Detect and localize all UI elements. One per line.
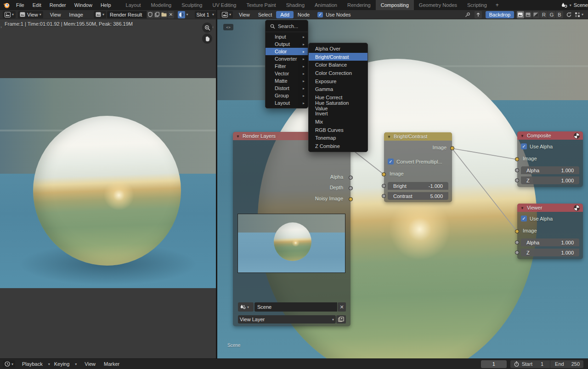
convert-premultiply-checkbox[interactable]: ✓ <box>388 159 394 165</box>
menu-file[interactable]: File <box>12 2 28 8</box>
chevron-down-icon[interactable]: ▾ <box>187 12 188 17</box>
z-slider[interactable]: Z 1.000 <box>521 176 579 184</box>
backdrop-toggle-button[interactable]: Backdrop <box>486 11 514 18</box>
pan-hand-button[interactable] <box>202 34 212 44</box>
add-menu-search[interactable]: Search... <box>266 22 308 31</box>
alpha-slider[interactable]: Alpha 1.000 <box>521 166 579 174</box>
collapse-triangle-icon[interactable]: ▼ <box>520 134 524 138</box>
channel-b-button[interactable]: B <box>556 11 563 18</box>
bright-contrast-header[interactable]: ▼ Bright/Contrast <box>384 132 452 141</box>
add-menu-item-input[interactable]: Input▸ <box>266 33 308 40</box>
scene-browse-dropdown[interactable]: ▾ <box>238 302 254 312</box>
image-image-menu[interactable]: Image <box>65 12 87 17</box>
viewer-header[interactable]: ▼ Viewer <box>517 204 583 212</box>
submenu-item-bright-contrast[interactable]: Bright/Contrast <box>309 53 368 61</box>
bright-slider[interactable]: Bright -1.000 <box>388 182 448 190</box>
playback-menu[interactable]: Playback <box>18 361 47 367</box>
submenu-item-color-balance[interactable]: Color Balance <box>309 61 368 69</box>
unlink-image-button[interactable]: ✕ <box>168 11 174 18</box>
menu-window[interactable]: Window <box>70 2 96 8</box>
workspace-tab-layout[interactable]: Layout <box>121 0 146 10</box>
image-input-socket[interactable] <box>515 157 519 161</box>
add-menu-item-filter[interactable]: Filter▸ <box>266 62 308 70</box>
start-value[interactable]: 1 <box>541 361 543 367</box>
node-node-menu[interactable]: Node <box>294 12 314 17</box>
bright-contrast-node[interactable]: ▼ Bright/Contrast Image ✓ Convert Premul… <box>384 132 452 202</box>
use-nodes-checkbox[interactable]: ✓ <box>317 12 323 17</box>
node-select-menu[interactable]: Select <box>254 12 277 17</box>
add-menu-item-output[interactable]: Output▸ <box>266 40 308 48</box>
collapse-triangle-icon[interactable]: ▼ <box>520 206 524 210</box>
keying-menu[interactable]: Keying <box>50 361 74 367</box>
composite-header[interactable]: ▼ Composite <box>517 131 583 140</box>
convert-premultiply-row[interactable]: ✓ Convert Premultipl... <box>388 159 442 165</box>
channel-r-button[interactable]: R <box>540 11 548 18</box>
backdrop-color-button[interactable] <box>525 11 532 18</box>
image-mode-dropdown[interactable]: View ▾ <box>18 11 43 18</box>
noisy-image-output-socket[interactable] <box>349 197 353 201</box>
composite-node[interactable]: ▼ Composite ✓ Use Alpha Image Alpha 1.00… <box>517 131 583 187</box>
blender-logo-icon[interactable] <box>3 1 10 9</box>
collapse-triangle-icon[interactable]: ▼ <box>387 135 391 139</box>
add-menu-item-color[interactable]: Color▸ <box>266 48 308 55</box>
chevron-down-icon[interactable]: ▾ <box>582 12 583 17</box>
workspace-tab-scripting[interactable]: Scripting <box>462 0 492 10</box>
add-menu-item-distort[interactable]: Distort▸ <box>266 85 308 92</box>
timeline-view-menu[interactable]: View <box>80 361 100 367</box>
image-input-socket[interactable] <box>515 229 519 233</box>
add-menu-item-group[interactable]: Group▸ <box>266 92 308 99</box>
workspace-tab-compositing[interactable]: Compositing <box>376 0 414 10</box>
editor-type-dropdown[interactable]: ▾ <box>3 11 16 18</box>
view-layer-dropdown[interactable]: View Layer ▾ <box>238 315 336 324</box>
editor-type-dropdown[interactable]: ▾ <box>220 11 233 18</box>
submenu-item-z-combine[interactable]: Z Combine <box>309 142 368 150</box>
use-alpha-row[interactable]: ✓ Use Alpha <box>521 216 553 221</box>
submenu-item-tonemap[interactable]: Tonemap <box>309 134 368 142</box>
contrast-slider[interactable]: Contrast 5.000 <box>388 192 448 200</box>
node-view-menu[interactable]: View <box>235 12 254 17</box>
scene-selector[interactable]: ▾ Scene <box>561 1 588 9</box>
node-add-menu[interactable]: Add <box>276 11 294 18</box>
compositor-region[interactable]: <> Scene ▼ Render Layers Image Alpha Dep… <box>217 19 588 358</box>
submenu-item-hue-saturation-value[interactable]: Hue Saturation Value <box>309 102 368 110</box>
submenu-item-gamma[interactable]: Gamma <box>309 85 368 93</box>
menu-edit[interactable]: Edit <box>28 2 45 8</box>
use-alpha-checkbox[interactable]: ✓ <box>521 143 527 149</box>
collapse-triangle-icon[interactable]: ▼ <box>236 134 240 138</box>
workspace-tab-shading[interactable]: Shading <box>281 0 310 10</box>
auto-render-refresh-icon[interactable] <box>566 12 572 17</box>
backdrop-alpha-button[interactable] <box>532 11 540 18</box>
editor-type-dropdown[interactable]: ▾ <box>3 360 15 368</box>
image-name-field[interactable]: Render Result <box>107 11 147 18</box>
add-menu-item-matte[interactable]: Matte▸ <box>266 77 308 85</box>
submenu-item-mix[interactable]: Mix <box>309 118 368 126</box>
zoom-in-button[interactable] <box>202 23 212 33</box>
scene-name-field[interactable]: Scene <box>254 302 337 312</box>
image-browse-dropdown[interactable]: ▾ <box>94 11 106 18</box>
menu-help[interactable]: Help <box>96 2 115 8</box>
render-layer-button[interactable] <box>336 315 346 324</box>
workspace-tab-uv-editing[interactable]: UV Editing <box>207 0 241 10</box>
display-channels-icon[interactable] <box>178 11 185 18</box>
snap-grid-icon[interactable] <box>575 12 580 17</box>
submenu-item-alpha-over[interactable]: Alpha Over <box>309 45 368 53</box>
image-output-socket[interactable] <box>450 146 454 150</box>
pin-icon[interactable] <box>465 12 470 17</box>
workspace-tab-modeling[interactable]: Modeling <box>146 0 177 10</box>
render-layers-node[interactable]: ▼ Render Layers Image Alpha Depth Noisy … <box>233 132 351 326</box>
alpha-slider[interactable]: Alpha 1.000 <box>521 238 579 246</box>
use-alpha-checkbox[interactable]: ✓ <box>521 216 527 221</box>
z-input-socket[interactable] <box>515 250 519 255</box>
workspace-tab-rendering[interactable]: Rendering <box>342 0 376 10</box>
add-workspace-button[interactable]: + <box>492 2 503 8</box>
image-input-socket[interactable] <box>382 172 386 176</box>
add-menu-item-vector[interactable]: Vector▸ <box>266 70 308 77</box>
submenu-item-color-correction[interactable]: Color Correction <box>309 69 368 77</box>
backdrop-color-alpha-button[interactable] <box>517 11 524 18</box>
submenu-item-rgb-curves[interactable]: RGB Curves <box>309 126 368 134</box>
menu-render[interactable]: Render <box>45 2 70 8</box>
timeline-marker-menu[interactable]: Marker <box>100 361 124 367</box>
channel-g-button[interactable]: G <box>548 11 555 18</box>
open-image-folder-button[interactable] <box>161 11 167 18</box>
add-menu-item-layout[interactable]: Layout▸ <box>266 99 308 107</box>
